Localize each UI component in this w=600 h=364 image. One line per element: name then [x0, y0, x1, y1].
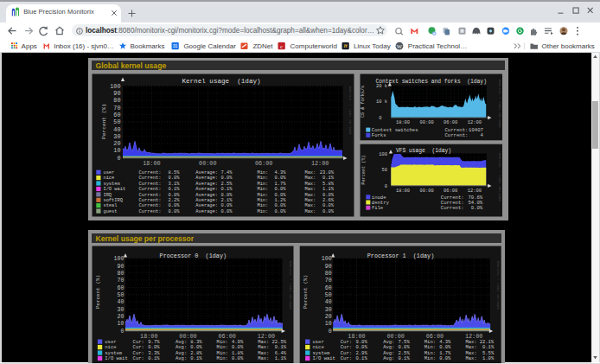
svg-text:7.4%: 7.4%	[221, 170, 233, 176]
svg-text:softIRQ: softIRQ	[103, 198, 123, 203]
svg-text:Max:: Max:	[304, 198, 316, 203]
svg-text:Max:: Max:	[304, 176, 316, 181]
svg-text:RRDTOOL / TOBI OETIKER: RRDTOOL / TOBI OETIKER	[498, 80, 501, 129]
svg-text:100: 100	[322, 256, 332, 262]
svg-text:Average:: Average:	[195, 198, 218, 203]
svg-text:Current:: Current:	[441, 205, 464, 211]
svg-text:0.0%: 0.0%	[232, 355, 244, 361]
svg-text:RRDTOOL / TOBI OETIKER: RRDTOOL / TOBI OETIKER	[289, 261, 292, 310]
svg-text:18:00: 18:00	[396, 120, 410, 125]
svg-text:guest: guest	[103, 209, 117, 214]
svg-text:12:00: 12:00	[468, 188, 482, 194]
svg-text:00:00: 00:00	[199, 160, 216, 167]
svg-text:Min:: Min:	[424, 355, 436, 361]
svg-text:60: 60	[117, 285, 124, 291]
svg-text:RRDTOOL / TOBI OETIKER: RRDTOOL / TOBI OETIKER	[496, 261, 500, 310]
svg-text:Kernel usage (1day): Kernel usage (1day)	[182, 78, 260, 85]
svg-text:70: 70	[325, 278, 332, 284]
svg-text:12:00: 12:00	[311, 160, 329, 167]
svg-text:0: 0	[385, 184, 387, 189]
svg-text:Average:: Average:	[195, 176, 218, 181]
svg-text:0: 0	[120, 329, 124, 335]
svg-text:0.0%: 0.0%	[439, 355, 451, 361]
svg-text:Max:: Max:	[304, 170, 316, 176]
svg-text:Current:: Current:	[139, 193, 162, 198]
svg-text:Current:: Current:	[139, 198, 162, 203]
svg-text:10: 10	[113, 147, 120, 154]
svg-text:2.6%: 2.6%	[322, 198, 335, 203]
svg-text:0.0%: 0.0%	[275, 209, 287, 214]
svg-text:Average:: Average:	[195, 193, 218, 198]
svg-text:RRDTOOL / TOBI OETIKER: RRDTOOL / TOBI OETIKER	[348, 86, 352, 136]
svg-text:30: 30	[117, 307, 124, 313]
svg-text:file: file	[372, 205, 383, 211]
svg-text:Cur:: Cur:	[133, 355, 144, 361]
svg-text:Min:: Min:	[257, 187, 268, 192]
svg-text:Min:: Min:	[257, 182, 268, 187]
svg-text:Current:: Current:	[139, 203, 162, 208]
svg-text:10: 10	[117, 321, 124, 327]
svg-text:0.0%: 0.0%	[275, 187, 287, 192]
svg-text:1.0%: 1.0%	[482, 355, 495, 361]
svg-text:0.0%: 0.0%	[275, 176, 287, 181]
svg-text:Min:: Min:	[257, 209, 268, 214]
svg-text:0.1%: 0.1%	[355, 355, 367, 361]
svg-text:Average:: Average:	[195, 203, 218, 208]
svg-text:00:00: 00:00	[420, 120, 434, 125]
svg-text:60: 60	[325, 285, 332, 291]
svg-text:I/O wait: I/O wait	[313, 355, 335, 361]
svg-text:Average:: Average:	[195, 170, 218, 176]
svg-text:100: 100	[110, 83, 120, 90]
svg-text:0.1%: 0.1%	[169, 187, 181, 192]
svg-text:Average:: Average:	[195, 209, 218, 214]
svg-text:0.0%: 0.0%	[169, 203, 181, 208]
svg-text:23.0%: 23.0%	[320, 170, 335, 176]
svg-text:0: 0	[329, 329, 332, 335]
svg-text:Average:: Average:	[195, 182, 218, 187]
svg-text:5.8%: 5.8%	[322, 182, 335, 187]
svg-text:Min:: Min:	[257, 198, 268, 203]
svg-text:90: 90	[325, 264, 332, 270]
svg-text:0.0%: 0.0%	[322, 209, 335, 214]
svg-text:20: 20	[325, 314, 332, 320]
svg-text:0.1%: 0.1%	[190, 355, 202, 361]
svg-text:100: 100	[114, 256, 124, 262]
svg-text:Min:: Min:	[217, 355, 228, 361]
svg-text:CS & forks/s: CS & forks/s	[361, 86, 366, 118]
svg-text:Percent (%): Percent (%)	[361, 155, 367, 184]
svg-text:10 k: 10 k	[376, 99, 387, 105]
svg-text:0.1%: 0.1%	[148, 355, 160, 361]
svg-text:40: 40	[113, 126, 120, 133]
svg-text:Max:: Max:	[304, 209, 316, 214]
svg-text:steal: steal	[103, 203, 117, 208]
svg-text:20: 20	[113, 140, 120, 147]
svg-text:VFS usage (1day): VFS usage (1day)	[396, 148, 451, 154]
svg-text:0.0%: 0.0%	[169, 209, 181, 214]
svg-text:3.1%: 3.1%	[169, 182, 181, 187]
svg-text:0.1%: 0.1%	[322, 176, 335, 181]
svg-text:00:00: 00:00	[420, 188, 434, 194]
svg-text:0.0%: 0.0%	[221, 176, 233, 181]
svg-text:06:00: 06:00	[444, 188, 457, 194]
svg-text:50: 50	[382, 168, 387, 173]
svg-text:80: 80	[113, 97, 120, 104]
svg-text:RRDTOOL / TOBI OETIKER: RRDTOOL / TOBI OETIKER	[498, 153, 501, 202]
svg-text:12:00: 12:00	[468, 120, 482, 125]
svg-text:40: 40	[117, 299, 124, 305]
svg-text:nice: nice	[103, 176, 114, 181]
svg-text:I/O wait: I/O wait	[103, 187, 125, 192]
svg-text:20 k: 20 k	[376, 84, 387, 89]
svg-text:20: 20	[117, 314, 124, 320]
svg-text:Processor 0 (1day): Processor 0 (1day)	[160, 252, 227, 259]
svg-text:Max:: Max:	[304, 193, 316, 198]
svg-text:90: 90	[117, 264, 124, 270]
svg-text:1.2%: 1.2%	[275, 198, 287, 203]
svg-text:80: 80	[325, 271, 332, 277]
svg-text:0.1%: 0.1%	[221, 187, 233, 192]
svg-text:Avg:: Avg:	[176, 355, 187, 361]
svg-text:Min:: Min:	[257, 193, 268, 198]
svg-text:Cur:: Cur:	[341, 355, 352, 361]
svg-text:Percent (%): Percent (%)	[303, 275, 309, 310]
svg-text:Percent (%): Percent (%)	[101, 104, 107, 139]
svg-text:2.5%: 2.5%	[221, 182, 233, 187]
